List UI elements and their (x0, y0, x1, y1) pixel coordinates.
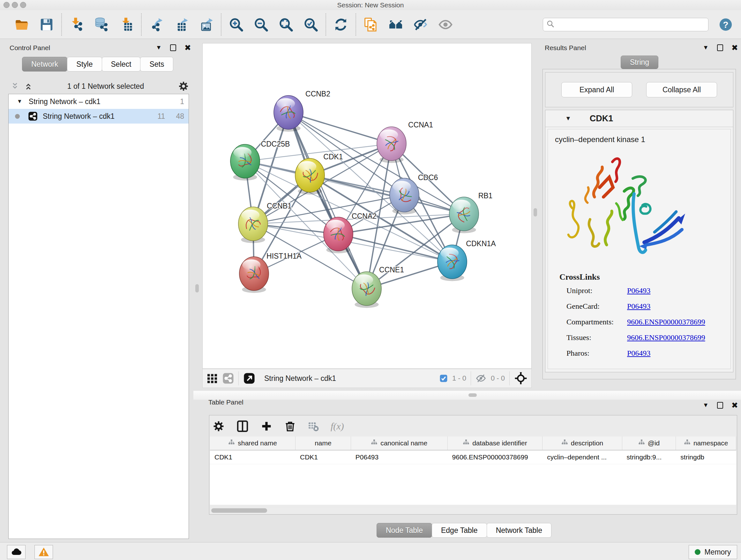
column-header-@id[interactable]: @id (622, 436, 676, 450)
graph-node-CCNB2[interactable] (274, 96, 303, 132)
graph-node-RB1[interactable] (449, 197, 479, 233)
zoom-out-icon[interactable] (253, 16, 269, 33)
table-cell[interactable]: stringdb (676, 450, 736, 464)
results-panel-close-icon[interactable]: ✖ (731, 45, 738, 51)
selected-checkbox-icon[interactable] (440, 374, 448, 382)
column-header-description[interactable]: description (542, 436, 622, 450)
control-panel-undock-icon[interactable] (170, 44, 176, 51)
first-neighbors-icon[interactable] (387, 16, 404, 33)
table-cell[interactable]: stringdb:9... (622, 450, 676, 464)
apply-layout-icon[interactable] (333, 16, 349, 33)
create-column-icon[interactable] (260, 420, 273, 432)
network-collection-row[interactable]: ▼ String Network – cdk1 1 (9, 94, 189, 109)
graph-node-CCNB1[interactable] (239, 207, 268, 243)
table-panel-undock-icon[interactable] (717, 402, 723, 409)
network-row[interactable]: String Network – cdk1 11 48 (9, 109, 189, 124)
graph-node-CDC25B[interactable] (230, 144, 260, 180)
tab-node-table[interactable]: Node Table (377, 523, 432, 538)
network-canvas[interactable]: CCNB2CCNA1CDC25BCDK1CDC6RB1CCNB1CCNA2CDK… (202, 43, 532, 369)
table-row[interactable]: CDK1CDK1P064939606.ENSP00000378699cyclin… (210, 450, 736, 464)
control-panel-close-icon[interactable]: ✖ (185, 45, 191, 51)
crosslink-link[interactable]: P06493 (627, 302, 650, 311)
show-columns-icon[interactable] (236, 420, 249, 433)
graph-node-CDKN1A[interactable] (437, 245, 467, 281)
import-network-database-icon[interactable] (93, 16, 110, 33)
tab-style[interactable]: Style (67, 57, 102, 71)
crosslink-link[interactable]: 9606.ENSP00000378699 (627, 333, 705, 342)
splitter-handle[interactable] (468, 393, 477, 397)
memory-button[interactable]: Memory (689, 545, 737, 559)
delete-column-icon[interactable] (284, 420, 296, 432)
clone-network-icon[interactable] (362, 16, 379, 33)
export-table-icon[interactable] (173, 16, 190, 33)
control-panel-float-icon[interactable]: ▼ (156, 44, 162, 51)
collapse-collection-icon[interactable]: ▼ (17, 98, 22, 105)
tab-select[interactable]: Select (102, 57, 141, 71)
column-header-database-identifier[interactable]: database identifier (448, 436, 543, 450)
splitter-handle[interactable] (534, 208, 537, 216)
warnings-button[interactable] (35, 545, 53, 559)
column-header-name[interactable]: name (295, 436, 351, 450)
expand-all-tree-icon[interactable] (24, 82, 33, 91)
detach-view-icon[interactable] (243, 372, 255, 384)
column-header-shared-name[interactable]: shared name (210, 436, 295, 450)
column-header-canonical-name[interactable]: canonical name (351, 436, 448, 450)
save-session-icon[interactable] (38, 16, 55, 33)
graph-edge[interactable] (288, 112, 392, 144)
graph-node-HIST1H1A[interactable] (239, 257, 269, 293)
network-graph[interactable]: CCNB2CCNA1CDC25BCDK1CDC6RB1CCNB1CCNA2CDK… (203, 44, 531, 368)
network-options-gear-icon[interactable] (178, 81, 189, 91)
network-list: ▼ String Network – cdk1 1 String Network… (8, 94, 189, 539)
collapse-all-tree-icon[interactable] (11, 82, 20, 91)
column-header-namespace[interactable]: namespace (676, 436, 736, 450)
open-session-icon[interactable] (13, 16, 30, 33)
table-cell[interactable]: P06493 (351, 450, 448, 464)
cloud-status-button[interactable] (7, 545, 25, 559)
crosslink-link[interactable]: 9606.ENSP00000378699 (627, 318, 705, 326)
scrollbar-thumb[interactable] (211, 508, 267, 513)
import-network-icon[interactable] (68, 16, 85, 33)
collapse-all-button[interactable]: Collapse All (646, 82, 717, 98)
search-input[interactable] (557, 20, 705, 28)
table-horizontal-scrollbar[interactable] (211, 508, 736, 513)
export-image-icon[interactable] (198, 16, 214, 33)
table-cell[interactable]: 9606.ENSP00000378699 (448, 450, 543, 464)
table-cell[interactable]: cyclin–dependent ... (542, 450, 622, 464)
birds-eye-view-icon[interactable] (514, 372, 528, 385)
graph-node-CCNA1[interactable] (377, 127, 406, 163)
crosslink-link[interactable]: P06493 (627, 349, 650, 358)
expand-all-button[interactable]: Expand All (561, 82, 632, 98)
graph-node-CCNE1[interactable] (352, 272, 381, 308)
zoom-selected-icon[interactable] (302, 16, 319, 33)
horizontal-splitter[interactable] (193, 391, 741, 400)
export-network-icon[interactable] (148, 16, 165, 33)
results-panel-float-icon[interactable]: ▼ (703, 44, 709, 51)
node-table[interactable]: shared namenamecanonical namedatabase id… (210, 436, 736, 505)
table-cell[interactable]: CDK1 (295, 450, 351, 464)
hide-selected-icon[interactable] (412, 16, 429, 33)
help-button[interactable]: ? (718, 16, 734, 33)
search-box[interactable] (543, 18, 709, 31)
tab-edge-table[interactable]: Edge Table (432, 523, 487, 538)
splitter-handle[interactable] (195, 284, 199, 293)
table-panel-float-icon[interactable]: ▼ (703, 401, 709, 409)
zoom-in-icon[interactable] (228, 16, 245, 33)
column-hierarchy-icon (638, 439, 645, 447)
tab-sets[interactable]: Sets (140, 57, 173, 71)
collapse-gene-card-icon[interactable]: ▼ (565, 115, 571, 122)
table-panel-close-icon[interactable]: ✖ (731, 402, 738, 408)
graph-edge[interactable] (288, 112, 367, 289)
grid-view-icon[interactable] (206, 373, 218, 384)
import-table-icon[interactable] (118, 16, 135, 33)
table-options-gear-icon[interactable] (212, 420, 225, 432)
network-overview-icon[interactable] (222, 373, 234, 384)
table-toolbar: f(x) (212, 418, 344, 435)
tab-network[interactable]: Network (22, 57, 67, 71)
show-all-icon[interactable] (437, 16, 454, 33)
table-cell[interactable]: CDK1 (210, 450, 295, 464)
zoom-fit-icon[interactable] (278, 16, 294, 33)
results-panel-undock-icon[interactable] (717, 44, 723, 51)
tab-string[interactable]: String (621, 56, 658, 69)
crosslink-link[interactable]: P06493 (627, 287, 650, 295)
tab-network-table[interactable]: Network Table (487, 523, 551, 538)
